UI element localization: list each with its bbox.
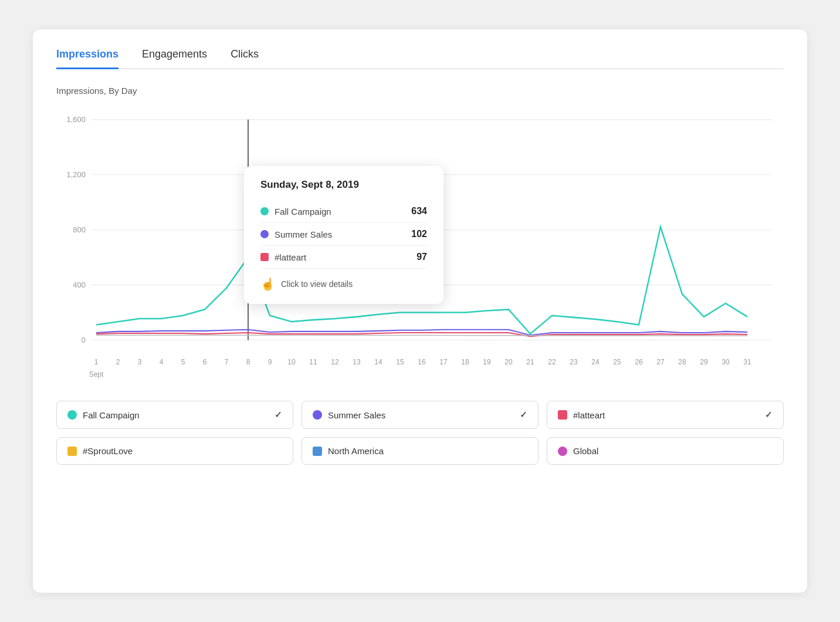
svg-text:11: 11 (309, 358, 317, 366)
chart-title: Impressions, By Day (56, 86, 784, 96)
svg-text:21: 21 (526, 358, 534, 366)
legend-label-northamerica: North America (328, 446, 384, 456)
svg-text:25: 25 (613, 358, 621, 366)
legend-swatch-northamerica (313, 447, 322, 456)
legend-label-summer: Summer Sales (328, 410, 385, 420)
svg-text:17: 17 (439, 358, 448, 366)
svg-text:400: 400 (73, 280, 86, 289)
svg-text:1,200: 1,200 (67, 170, 86, 179)
svg-text:3: 3 (138, 358, 142, 366)
tooltip-value-summer: 102 (411, 229, 427, 239)
svg-text:18: 18 (461, 358, 469, 366)
main-card: Impressions Engagements Clicks Impressio… (33, 29, 807, 593)
legend-pill-summer[interactable]: Summer Sales ✓ (302, 401, 538, 429)
legend-check-latteart: ✓ (765, 410, 773, 420)
svg-text:24: 24 (591, 358, 599, 366)
svg-text:27: 27 (656, 358, 665, 366)
tooltip-row-latteart: #latteart 97 (260, 246, 427, 269)
tooltip-date: Sunday, Sept 8, 2019 (260, 179, 427, 191)
tooltip-label-latteart: #latteart (275, 252, 306, 262)
tab-engagements[interactable]: Engagements (142, 48, 207, 69)
legend-swatch-global (558, 447, 567, 456)
legend-swatch-fall (67, 410, 77, 420)
svg-text:26: 26 (635, 358, 643, 366)
tooltip-value-fall: 634 (411, 206, 427, 217)
tooltip-cta-label: Click to view details (281, 279, 353, 289)
tooltip-label-summer: Summer Sales (275, 229, 332, 239)
svg-text:12: 12 (331, 358, 339, 366)
legend-pill-latteart[interactable]: #latteart ✓ (547, 401, 784, 429)
touch-icon: ☝ (260, 277, 275, 291)
svg-text:13: 13 (353, 358, 361, 366)
tooltip-cta[interactable]: ☝ Click to view details (260, 277, 427, 291)
svg-text:0: 0 (82, 335, 86, 344)
legend-label-sproutlove: #SproutLove (83, 446, 133, 456)
svg-text:1,600: 1,600 (67, 115, 86, 124)
tooltip-value-latteart: 97 (416, 252, 427, 262)
legend-swatch-summer (313, 410, 322, 420)
legend-pill-fall[interactable]: Fall Campaign ✓ (56, 401, 293, 429)
svg-text:5: 5 (181, 358, 185, 366)
chart-area[interactable]: 1,600 1,200 800 400 0 1 2 3 4 5 6 7 8 9 … (56, 107, 784, 389)
legend-swatch-latteart (558, 410, 567, 420)
svg-text:19: 19 (483, 358, 491, 366)
tooltip-dot-fall (260, 207, 269, 215)
tab-impressions[interactable]: Impressions (56, 48, 118, 69)
legend-swatch-sproutlove (67, 447, 77, 456)
svg-text:22: 22 (548, 358, 556, 366)
svg-text:7: 7 (225, 358, 229, 366)
svg-text:14: 14 (374, 358, 382, 366)
legend-check-summer: ✓ (520, 410, 527, 420)
svg-text:10: 10 (287, 358, 296, 366)
legend-pill-sproutlove[interactable]: #SproutLove (56, 437, 293, 465)
tooltip-row-fall: Fall Campaign 634 (260, 200, 427, 223)
legend-label-latteart: #latteart (573, 410, 605, 420)
svg-text:1: 1 (94, 358, 99, 366)
svg-text:6: 6 (203, 358, 207, 366)
legend-label-global: Global (573, 446, 598, 456)
legend-label-fall: Fall Campaign (83, 410, 140, 420)
tooltip-label-fall: Fall Campaign (275, 207, 331, 217)
legend-grid: Fall Campaign ✓ Summer Sales ✓ #latteart… (56, 401, 784, 465)
svg-text:2: 2 (116, 358, 120, 366)
svg-text:16: 16 (418, 358, 426, 366)
svg-text:31: 31 (743, 358, 751, 366)
tooltip-dot-summer (260, 230, 269, 238)
svg-text:30: 30 (722, 358, 730, 366)
legend-pill-global[interactable]: Global (547, 437, 784, 465)
tab-clicks[interactable]: Clicks (231, 48, 259, 69)
legend-pill-northamerica[interactable]: North America (302, 437, 538, 465)
tab-bar: Impressions Engagements Clicks (56, 48, 784, 69)
svg-text:4: 4 (160, 358, 164, 366)
svg-text:8: 8 (246, 358, 250, 366)
svg-text:15: 15 (396, 358, 404, 366)
svg-text:Sept: Sept (89, 370, 104, 378)
svg-text:23: 23 (570, 358, 578, 366)
svg-text:800: 800 (73, 225, 86, 234)
svg-text:20: 20 (504, 358, 513, 366)
tooltip-row-summer: Summer Sales 102 (260, 223, 427, 246)
svg-text:28: 28 (678, 358, 686, 366)
chart-tooltip[interactable]: Sunday, Sept 8, 2019 Fall Campaign 634 S… (244, 166, 443, 304)
svg-text:29: 29 (700, 358, 708, 366)
svg-text:9: 9 (268, 358, 272, 366)
tooltip-dot-latteart (260, 253, 269, 261)
legend-check-fall: ✓ (275, 410, 282, 420)
